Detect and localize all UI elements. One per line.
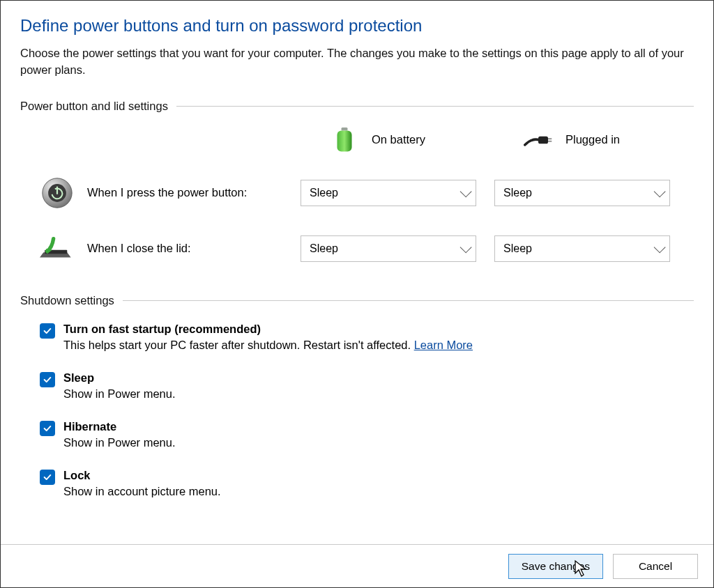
hibernate-label: Hibernate (63, 420, 176, 433)
divider (176, 106, 694, 107)
row-close-lid-label: When I close the lid: (87, 242, 191, 255)
lock-sub: Show in account picture menu. (63, 485, 221, 498)
row-power-button-label: When I press the power button: (87, 186, 247, 199)
column-plugged-in: Plugged in (494, 125, 688, 155)
hibernate-checkbox[interactable] (40, 421, 55, 436)
close-lid-battery-select[interactable]: Sleep (301, 235, 476, 262)
page-description: Choose the power settings that you want … (20, 45, 694, 79)
cancel-button[interactable]: Cancel (613, 554, 698, 579)
plug-icon (524, 125, 553, 155)
chevron-down-icon (460, 185, 472, 197)
svg-rect-4 (548, 141, 552, 142)
column-plugged-in-label: Plugged in (565, 133, 620, 146)
power-button-plugged-value: Sleep (503, 187, 532, 199)
chevron-down-icon (654, 241, 666, 253)
svg-rect-0 (342, 127, 348, 131)
sleep-label: Sleep (63, 371, 176, 385)
chevron-down-icon (654, 185, 666, 197)
laptop-lid-icon (40, 231, 75, 266)
svg-rect-1 (337, 130, 352, 151)
row-power-button: When I press the power button: (20, 176, 301, 210)
fast-startup-label: Turn on fast startup (recommended) (63, 323, 473, 336)
close-lid-battery-value: Sleep (310, 242, 338, 255)
close-lid-plugged-value: Sleep (503, 242, 532, 255)
chevron-down-icon (460, 241, 472, 253)
divider (123, 300, 694, 301)
row-close-lid: When I close the lid: (20, 231, 301, 266)
sleep-checkbox[interactable] (40, 372, 55, 387)
close-lid-plugged-select[interactable]: Sleep (494, 235, 670, 262)
power-button-battery-select[interactable]: Sleep (301, 180, 476, 206)
power-button-plugged-select[interactable]: Sleep (494, 180, 670, 206)
footer: Save changes Cancel (1, 544, 713, 587)
section-power-lid: Power button and lid settings (20, 100, 694, 113)
lock-checkbox[interactable] (40, 470, 55, 485)
svg-rect-2 (538, 137, 548, 144)
svg-rect-3 (548, 138, 552, 139)
page-title: Define power buttons and turn on passwor… (20, 16, 694, 36)
section-power-lid-label: Power button and lid settings (20, 100, 168, 113)
power-button-battery-value: Sleep (310, 187, 338, 199)
fast-startup-checkbox[interactable] (40, 323, 55, 339)
section-shutdown: Shutdown settings (20, 294, 694, 307)
learn-more-link[interactable]: Learn More (414, 339, 473, 351)
column-on-battery: On battery (301, 125, 494, 155)
fast-startup-sub: This helps start your PC faster after sh… (63, 339, 473, 352)
lock-label: Lock (63, 469, 221, 482)
hibernate-sub: Show in Power menu. (63, 436, 176, 449)
power-button-icon (40, 176, 75, 210)
section-shutdown-label: Shutdown settings (20, 294, 114, 307)
column-on-battery-label: On battery (372, 133, 425, 146)
sleep-sub: Show in Power menu. (63, 387, 176, 401)
save-changes-button[interactable]: Save changes (508, 554, 603, 579)
battery-icon (330, 125, 359, 155)
